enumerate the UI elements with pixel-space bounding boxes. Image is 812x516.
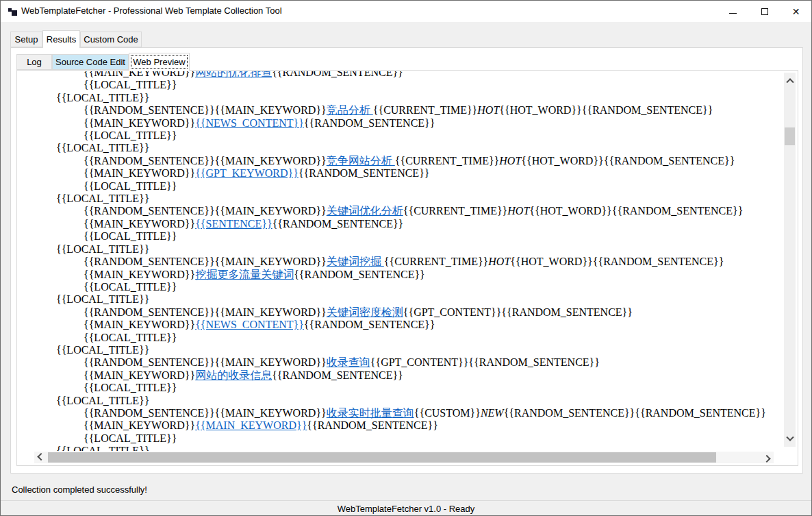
minimize-button[interactable]	[718, 1, 748, 22]
template-text: {{LOCAL_TITLE}}	[56, 193, 149, 204]
template-text: {{RANDOM_SENTENCE}}{{RANDOM_SENTENCE}}	[504, 407, 766, 419]
template-link[interactable]: 关键词密度检测	[327, 306, 403, 318]
template-link[interactable]: {{SENTENCE}}	[195, 218, 272, 230]
template-link[interactable]: {{GPT_KEYWORD}}	[195, 167, 299, 179]
web-preview-page: {{MAIN_KEYWORD}}网站的优化排查{{RANDOM_SENTENCE…	[16, 70, 798, 466]
app-icon	[8, 7, 18, 16]
template-text: {{MAIN_KEYWORD}}	[84, 167, 195, 179]
close-button[interactable]: ✕	[781, 1, 811, 22]
status-bar: WebTemplateFetcher v1.0 - Ready	[1, 500, 811, 516]
tab-results[interactable]: Results	[42, 30, 80, 48]
template-link[interactable]: 收录查询	[327, 356, 370, 368]
template-text: {{HOT_WORD}}{{RANDOM_SENTENCE}}	[510, 256, 724, 267]
chevron-right-icon	[763, 454, 770, 462]
template-text: {{MAIN_KEYWORD}}	[84, 218, 195, 230]
template-text: {{LOCAL_TITLE}}	[56, 395, 149, 406]
chevron-up-icon	[786, 78, 794, 86]
preview-line: {{LOCAL_TITLE}}	[84, 79, 782, 91]
template-link[interactable]: 关键词优化分析	[327, 205, 403, 217]
horizontal-scroll-thumb[interactable]	[48, 452, 716, 463]
preview-line: {{RANDOM_SENTENCE}}{{MAIN_KEYWORD}}关键词挖掘…	[84, 256, 782, 268]
template-text: {{HOT_WORD}}{{RANDOM_SENTENCE}}	[499, 104, 713, 116]
template-text: {{RANDOM_SENTENCE}}	[304, 319, 435, 330]
template-text: {{MAIN_KEYWORD}}	[84, 71, 195, 78]
preview-line: {{LOCAL_TITLE}}	[56, 293, 782, 306]
template-text: {{RANDOM_SENTENCE}}	[304, 117, 435, 129]
template-text: {{MAIN_KEYWORD}}	[84, 419, 195, 431]
template-text: {{RANDOM_SENTENCE}}{{MAIN_KEYWORD}}	[84, 407, 327, 419]
emphasis-text: HOT	[507, 205, 529, 217]
template-text: {{LOCAL_TITLE}}	[84, 332, 177, 343]
template-text: {{RANDOM_SENTENCE}}	[299, 167, 430, 179]
preview-line: {{LOCAL_TITLE}}	[56, 92, 782, 104]
horizontal-scrollbar[interactable]	[34, 452, 774, 463]
app-window: WebTemplateFetcher - Professional Web Te…	[0, 0, 812, 516]
preview-line: {{LOCAL_TITLE}}	[84, 432, 782, 445]
template-text: {{RANDOM_SENTENCE}}{{MAIN_KEYWORD}}	[84, 155, 327, 167]
template-link[interactable]: 网站的收录信息	[195, 369, 272, 381]
template-text: {{LOCAL_TITLE}}	[84, 230, 177, 242]
preview-line: {{LOCAL_TITLE}}	[56, 243, 782, 256]
preview-content: {{MAIN_KEYWORD}}网站的优化排查{{RANDOM_SENTENCE…	[18, 71, 782, 451]
preview-line: {{MAIN_KEYWORD}}网站的优化排查{{RANDOM_SENTENCE…	[84, 71, 782, 79]
template-text: {{RANDOM_SENTENCE}}	[307, 419, 438, 431]
subtab-log[interactable]: Log	[16, 54, 52, 70]
template-link[interactable]: 挖掘更多流量关键词	[195, 269, 294, 280]
preview-line: {{MAIN_KEYWORD}}{{NEWS_CONTENT}}{{RANDOM…	[84, 319, 782, 331]
template-link[interactable]: {{NEWS_CONTENT}}	[195, 117, 304, 129]
window-title: WebTemplateFetcher - Professional Web Te…	[21, 5, 282, 16]
template-text: {{GPT_CONTENT}}{{RANDOM_SENTENCE}}	[370, 356, 600, 368]
preview-line: {{RANDOM_SENTENCE}}{{MAIN_KEYWORD}}关键词优化…	[84, 205, 782, 217]
template-link[interactable]: 关键词挖掘	[327, 256, 384, 267]
template-text: {{LOCAL_TITLE}}	[84, 281, 177, 293]
scroll-up-button[interactable]	[784, 73, 796, 88]
preview-line: {{MAIN_KEYWORD}}{{MAIN_KEYWORD}}{{RANDOM…	[84, 419, 782, 432]
emphasis-text: NEW	[481, 407, 504, 419]
web-preview-browser: {{MAIN_KEYWORD}}网站的优化排查{{RANDOM_SENTENCE…	[18, 71, 797, 465]
template-text: {{HOT_WORD}}{{RANDOM_SENTENCE}}	[521, 155, 735, 167]
scroll-left-button[interactable]	[34, 452, 48, 463]
status-message: Collection completed successfully!	[12, 484, 147, 495]
vertical-scroll-thumb[interactable]	[785, 127, 795, 145]
preview-line: {{RANDOM_SENTENCE}}{{MAIN_KEYWORD}}竞争网站分…	[84, 155, 782, 167]
template-text: {{LOCAL_TITLE}}	[84, 180, 177, 192]
template-text: {{LOCAL_TITLE}}	[56, 293, 149, 305]
maximize-button[interactable]	[749, 1, 780, 22]
template-text: {{RANDOM_SENTENCE}}{{MAIN_KEYWORD}}	[84, 205, 327, 217]
close-icon: ✕	[792, 7, 800, 16]
preview-line: {{LOCAL_TITLE}}	[56, 193, 782, 205]
preview-line: {{RANDOM_SENTENCE}}{{MAIN_KEYWORD}}收录查询{…	[84, 356, 782, 369]
preview-line: {{MAIN_KEYWORD}}网站的收录信息{{RANDOM_SENTENCE…	[84, 369, 782, 382]
subtab-source-code-edit[interactable]: Source Code Edit	[52, 54, 129, 70]
template-text: {{LOCAL_TITLE}}	[84, 382, 177, 393]
preview-line: {{RANDOM_SENTENCE}}{{MAIN_KEYWORD}}收录实时批…	[84, 407, 782, 419]
template-link[interactable]: {{MAIN_KEYWORD}}	[195, 419, 307, 431]
template-text: {{CURRENT_TIME}}	[403, 205, 508, 217]
template-text: {{RANDOM_SENTENCE}}	[272, 218, 404, 230]
template-link[interactable]: 收录实时批量查询	[327, 407, 414, 419]
tab-setup[interactable]: Setup	[10, 32, 42, 47]
template-text: {{LOCAL_TITLE}}	[56, 445, 149, 451]
scroll-down-button[interactable]	[784, 432, 796, 447]
template-text: {{RANDOM_SENTENCE}}	[294, 269, 425, 280]
template-text: {{CURRENT_TIME}}	[373, 104, 478, 116]
template-text: {{LOCAL_TITLE}}	[56, 243, 149, 255]
template-text: {{LOCAL_TITLE}}	[84, 79, 177, 90]
preview-line: {{LOCAL_TITLE}}	[84, 130, 782, 142]
preview-line: {{LOCAL_TITLE}}	[84, 230, 782, 243]
tab-custom-code[interactable]: Custom Code	[80, 32, 142, 47]
vertical-scrollbar[interactable]	[784, 73, 796, 447]
results-tab-page: Log Source Code Edit Web Preview {{MAIN_…	[10, 47, 803, 474]
template-link[interactable]: 竞争网站分析	[327, 155, 395, 167]
template-link[interactable]: {{NEWS_CONTENT}}	[195, 319, 304, 330]
template-text: {{LOCAL_TITLE}}	[56, 344, 149, 356]
preview-line: {{LOCAL_TITLE}}	[84, 180, 782, 193]
minimize-icon	[729, 13, 737, 14]
template-link[interactable]: 竞品分析	[327, 104, 373, 116]
template-text: {{CUSTOM}}	[414, 407, 481, 419]
template-text: {{RANDOM_SENTENCE}}	[272, 369, 403, 381]
preview-line: {{MAIN_KEYWORD}}{{NEWS_CONTENT}}{{RANDOM…	[84, 117, 782, 130]
template-link[interactable]: 网站的优化排查	[195, 71, 272, 78]
scroll-right-button[interactable]	[760, 452, 774, 463]
subtab-web-preview[interactable]: Web Preview	[129, 53, 190, 71]
